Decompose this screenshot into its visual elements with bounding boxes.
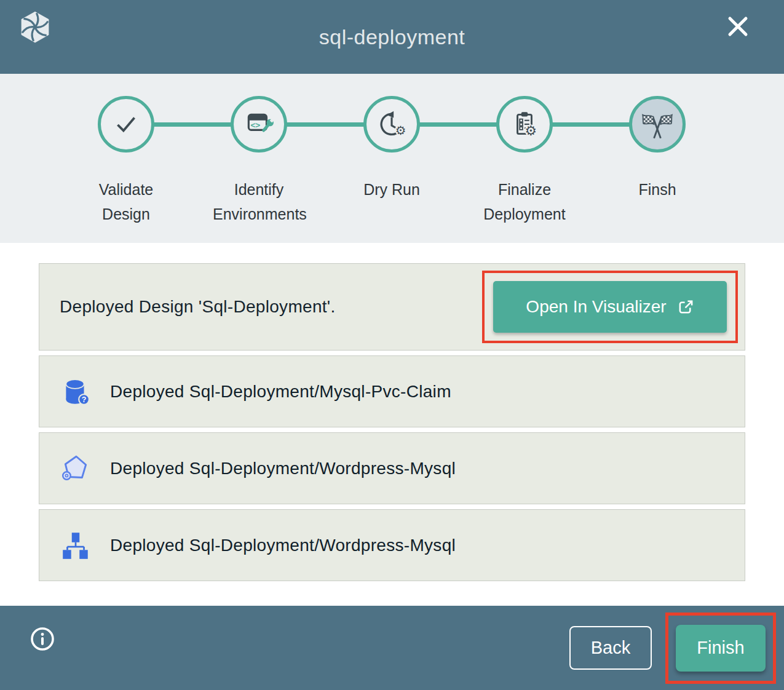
svg-text:⚙: ⚙ <box>395 124 406 137</box>
step-label: Validate Design <box>80 177 172 226</box>
clipboard-gear-icon: ⚙ <box>509 109 540 140</box>
step-label: Finalize Deployment <box>478 177 571 226</box>
step-circle <box>629 96 686 153</box>
step-label: Finsh <box>611 177 703 202</box>
deployment-results: Deployed Design 'Sql-Deployment'. Open I… <box>39 263 745 586</box>
info-icon[interactable] <box>28 624 57 654</box>
step-circle <box>98 96 154 153</box>
code-config-icon: <> <box>244 109 274 140</box>
meshery-logo-icon <box>17 9 53 45</box>
open-in-visualizer-label: Open In Visualizer <box>526 297 666 317</box>
step-finalize-deployment: ⚙ Finalize Deployment <box>458 96 591 226</box>
svg-text:<>: <> <box>250 121 260 130</box>
close-icon[interactable] <box>724 12 752 41</box>
dialog-header: sql-deployment <box>0 0 784 74</box>
external-link-icon <box>678 299 694 315</box>
deployment-summary-row: Deployed Design 'Sql-Deployment'. Open I… <box>39 263 745 351</box>
back-button[interactable]: Back <box>569 626 652 670</box>
step-label: Dry Run <box>346 177 438 202</box>
wizard-stepper: Validate Design <> Identify Environments <box>0 74 784 243</box>
annotation-highlight-visualizer: Open In Visualizer <box>482 271 738 343</box>
step-finish: Finsh <box>591 96 724 226</box>
deployment-item-row: ? Deployed Sql-Deployment/Mysql-Pvc-Clai… <box>39 355 745 427</box>
pentagon-icon <box>60 453 92 485</box>
step-circle: ⚙ <box>496 96 553 153</box>
step-dry-run: ⚙ Dry Run <box>325 96 458 226</box>
step-identify-environments: <> Identify Environments <box>192 96 325 226</box>
deployment-item-row: Deployed Sql-Deployment/Wordpress-Mysql <box>39 432 745 504</box>
deployment-item-text: Deployed Sql-Deployment/Wordpress-Mysql <box>110 459 456 478</box>
deployment-item-row: Deployed Sql-Deployment/Wordpress-Mysql <box>39 509 745 581</box>
deployment-item-text: Deployed Sql-Deployment/Wordpress-Mysql <box>110 536 456 555</box>
open-in-visualizer-button[interactable]: Open In Visualizer <box>493 281 727 333</box>
finish-button[interactable]: Finish <box>676 625 766 672</box>
dialog-footer: Back Finish <box>0 606 784 690</box>
annotation-highlight-finish: Finish <box>665 613 776 684</box>
check-icon <box>111 109 141 140</box>
dialog-title: sql-deployment <box>319 25 465 49</box>
hierarchy-icon <box>60 529 92 561</box>
checkered-flags-icon <box>641 108 673 140</box>
step-circle: <> <box>231 96 287 153</box>
step-label: Identify Environments <box>213 177 305 226</box>
dry-run-icon: ⚙ <box>376 109 407 140</box>
step-circle: ⚙ <box>363 96 420 153</box>
deployment-item-text: Deployed Sql-Deployment/Mysql-Pvc-Claim <box>110 382 451 402</box>
deployment-summary-text: Deployed Design 'Sql-Deployment'. <box>60 297 336 317</box>
database-icon: ? <box>60 376 92 408</box>
footer-actions: Back Finish <box>569 613 776 684</box>
svg-text:⚙: ⚙ <box>525 123 537 138</box>
svg-text:?: ? <box>82 395 87 404</box>
step-validate-design: Validate Design <box>60 96 192 226</box>
